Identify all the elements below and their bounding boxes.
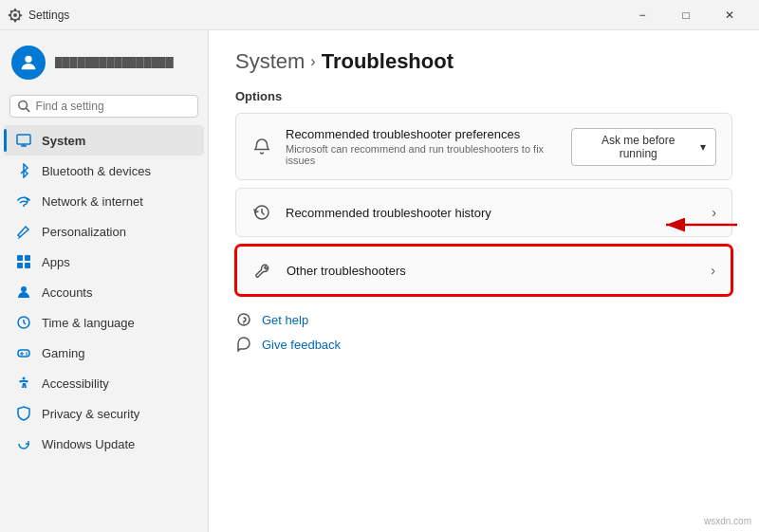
sidebar-item-bluetooth-label: Bluetooth & devices [42,164,151,178]
svg-rect-4 [25,255,30,261]
get-help-label: Get help [262,313,308,327]
monitor-icon [15,132,32,149]
option-text: Recommended troubleshooter preferences M… [286,127,571,166]
sidebar-item-system-label: System [42,134,85,148]
red-arrow-svg [657,211,742,239]
sidebar-item-time-label: Time & language [42,316,135,330]
dropdown-button[interactable]: Ask me before running ▾ [571,128,716,166]
option-title: Other troubleshooters [287,264,406,278]
user-section: ████████████████ [0,38,208,91]
sidebar-item-gaming[interactable]: Gaming [4,338,204,368]
breadcrumb-parent: System [235,49,305,74]
option-text: Other troubleshooters [287,264,406,278]
settings-icon [8,8,23,23]
chevron-down-icon: ▾ [700,140,706,154]
help-icon [235,311,252,328]
sidebar-item-accessibility-label: Accessibility [42,376,109,391]
sidebar-item-system[interactable]: System [4,125,204,156]
option-left: Other troubleshooters [252,260,406,281]
breadcrumb-separator: › [310,53,315,70]
sidebar-item-network-label: Network & internet [42,194,143,209]
option-left: Recommended troubleshooter history [251,202,491,223]
option-title: Recommended troubleshooter history [286,206,491,220]
sidebar-item-accounts[interactable]: Accounts [4,277,204,307]
svg-point-0 [25,56,31,63]
feedback-icon [235,336,252,353]
titlebar-title: Settings [28,9,69,22]
sidebar-item-bluetooth[interactable]: Bluetooth & devices [4,156,204,186]
svg-point-2 [23,205,25,207]
svg-point-15 [243,323,244,324]
sidebar-item-gaming-label: Gaming [42,346,85,360]
sidebar-item-accessibility[interactable]: Accessibility [4,368,204,398]
clock-icon [15,314,32,331]
content-area: System › Troubleshoot Options Recommende… [209,30,759,532]
give-feedback-link[interactable]: Give feedback [235,336,732,353]
sidebar: ████████████████ System Bluetooth & devi… [0,30,209,532]
brush-icon [15,223,32,240]
update-icon [15,435,32,452]
links-section: Get help Give feedback [235,311,732,353]
option-subtitle: Microsoft can recommend and run troubles… [286,143,571,166]
person-icon [15,284,32,301]
options-wrapper: Recommended troubleshooter preferences M… [235,113,732,296]
option-right: › [711,263,715,278]
history-icon [251,202,272,223]
sidebar-item-windows-update[interactable]: Windows Update [4,429,204,459]
network-icon [15,193,32,210]
maximize-button[interactable]: □ [664,0,708,30]
sidebar-item-windows-update-label: Windows Update [42,437,135,451]
svg-point-10 [23,377,26,380]
user-name: ████████████████ [55,57,174,68]
search-box[interactable] [9,95,198,118]
sidebar-item-privacy[interactable]: Privacy & security [4,398,204,429]
accessibility-icon [15,375,32,392]
shield-icon [15,405,32,422]
gamepad-icon [15,344,32,361]
avatar [11,46,46,80]
watermark: wsxdn.com [704,516,751,526]
titlebar-controls: − □ ✕ [620,0,751,30]
page-title: Troubleshoot [322,49,454,74]
sidebar-item-privacy-label: Privacy & security [42,407,139,421]
bluetooth-icon [15,162,32,179]
svg-rect-1 [17,135,30,144]
option-other-troubleshooters[interactable]: Other troubleshooters › [235,245,732,296]
get-help-link[interactable]: Get help [235,311,732,328]
svg-point-7 [21,286,27,292]
sidebar-item-accounts-label: Accounts [42,285,92,300]
sidebar-item-personalization[interactable]: Personalization [4,216,204,247]
search-icon [18,100,30,113]
close-button[interactable]: ✕ [708,0,751,30]
search-input[interactable] [36,100,190,113]
svg-rect-5 [17,263,23,268]
option-right: Ask me before running ▾ [571,128,716,166]
option-recommended-prefs[interactable]: Recommended troubleshooter preferences M… [235,113,732,180]
section-label: Options [235,89,732,103]
option-left: Recommended troubleshooter preferences M… [251,127,571,166]
sidebar-item-apps-label: Apps [42,255,70,269]
give-feedback-label: Give feedback [262,338,341,352]
sidebar-item-time[interactable]: Time & language [4,307,204,338]
arrow-annotation [657,211,742,239]
minimize-button[interactable]: − [620,0,664,30]
sidebar-item-apps[interactable]: Apps [4,247,204,277]
sidebar-item-network[interactable]: Network & internet [4,186,204,216]
svg-rect-6 [25,263,30,268]
titlebar-left: Settings [8,8,69,23]
sidebar-item-personalization-label: Personalization [42,225,126,239]
dropdown-label: Ask me before running [582,134,694,160]
app-container: ████████████████ System Bluetooth & devi… [0,30,759,532]
option-text: Recommended troubleshooter history [286,206,491,220]
option-title: Recommended troubleshooter preferences [286,127,571,141]
wrench-icon [252,260,273,281]
svg-rect-3 [17,255,23,261]
bell-icon [251,137,272,157]
titlebar: Settings − □ ✕ [0,0,759,30]
breadcrumb: System › Troubleshoot [235,49,732,74]
chevron-right-icon: › [711,263,715,278]
apps-icon [15,253,32,270]
